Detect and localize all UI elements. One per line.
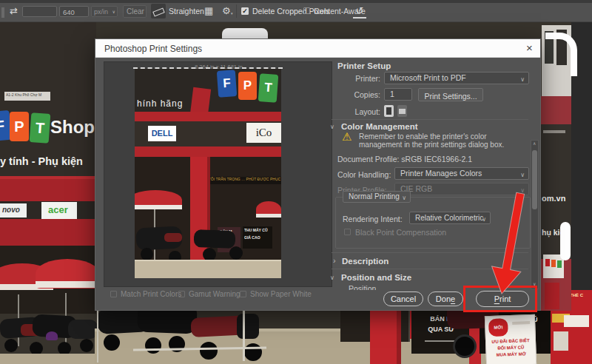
pv-dell-text: DELL: [152, 129, 173, 138]
unit-dropdown[interactable]: px/in ∨: [91, 6, 118, 17]
chevron-down-icon: ∨: [520, 74, 525, 84]
pv-sign-b1: THU MÁY CŨ: [244, 229, 268, 232]
crop-width-input[interactable]: [22, 6, 57, 17]
rendering-intent-dropdown[interactable]: Relative Colorimetric ∨: [409, 212, 491, 224]
scrollbar-thumb[interactable]: [532, 150, 537, 209]
pv-umbrella-right-band: [256, 214, 281, 218]
mini-dot: [545, 259, 550, 266]
photo-red-beam-2: [0, 219, 96, 247]
pv-red-beam: [135, 112, 281, 121]
description-heading[interactable]: Description: [342, 257, 388, 266]
collapse-chevron-icon[interactable]: ∨: [330, 274, 334, 281]
scroll-up-icon[interactable]: ∧: [533, 141, 536, 146]
pv-motorbike: [194, 229, 236, 249]
layout-landscape-page: [399, 109, 406, 114]
match-print-colors-label: Match Print Colors: [121, 290, 181, 298]
show-paper-white-checkbox[interactable]: [240, 291, 246, 297]
gamut-warning-label: Gamut Warning: [189, 290, 240, 298]
railing-pole: [97, 303, 98, 363]
printer-label: Printer:: [337, 74, 380, 83]
mini-dot: [557, 260, 562, 268]
printer-dropdown[interactable]: Microsoft Print to PDF ∨: [384, 72, 529, 84]
toolbar-edge-stub: [1, 7, 4, 18]
pv-pavement: [135, 260, 281, 278]
content-aware-checkbox[interactable]: [303, 7, 310, 14]
layout-portrait-icon[interactable]: [384, 105, 394, 117]
chevron-down-icon: ∨: [520, 169, 525, 180]
annotation-corner-bar: [560, 222, 571, 260]
dialog-titlebar[interactable]: Photoshop Print Settings ×: [95, 39, 540, 58]
color-handling-label: Color Handling:: [337, 170, 391, 179]
cancel-label: Cancel: [391, 294, 416, 303]
section-divider: [332, 119, 528, 120]
overlay-grid-icon[interactable]: ▦: [204, 5, 213, 16]
standee-line1: ƯU ĐÃI ĐẶC BIỆT: [486, 338, 535, 344]
sign-right-smallline: [543, 130, 565, 133]
layout-landscape-icon[interactable]: [397, 105, 407, 117]
swap-dimensions-icon[interactable]: ⇄: [10, 5, 18, 16]
rendering-intent-value: Relative Colorimetric: [415, 214, 483, 222]
motorbike-front: [237, 314, 259, 339]
close-icon[interactable]: ×: [526, 41, 533, 54]
pv-fpt-tile-orange: P: [238, 72, 257, 100]
match-print-colors-checkbox[interactable]: [110, 291, 117, 297]
layout-label: Layout:: [337, 107, 380, 116]
standee-line3: MUA MÁY MỚ: [487, 351, 536, 357]
pv-sign-b: THU MÁY CŨ GIÁ CAO: [243, 226, 272, 249]
print-settings-button[interactable]: Print Settings...: [418, 88, 483, 101]
titlebar-strip: [0, 0, 592, 3]
delete-cropped-pixels-checkbox[interactable]: ✓: [241, 7, 249, 15]
printer-profile-dropdown: CIE RGB ∨: [394, 183, 529, 195]
crop-height-input[interactable]: 640: [59, 6, 89, 17]
pavement: [0, 354, 96, 364]
print-settings-dialog: Photoshop Print Settings × 8.264 in x 11…: [95, 38, 541, 311]
umbrella-band: [36, 281, 99, 288]
pv-fpt-tile-green: T: [258, 73, 279, 103]
printing-mode-value: Normal Printing: [349, 192, 400, 200]
clear-button[interactable]: Clear: [123, 5, 147, 18]
photoshop-window: A1-2 Khu Phố Chợ M F P T Shop. y tính - …: [0, 0, 592, 364]
motorbike-wheel: [200, 342, 218, 360]
pv-icom-sign: iCo: [246, 123, 281, 143]
done-button[interactable]: Done: [428, 291, 463, 306]
warning-text-line1: Remember to enable the printer's color: [359, 132, 487, 141]
settings-scrollbar[interactable]: ∧ ∨: [531, 140, 539, 289]
pv-umbrella-left-band: [135, 205, 182, 209]
expand-chevron-icon[interactable]: ›: [333, 256, 336, 265]
pv-fpt-tile-blue: F: [217, 70, 237, 98]
side-sign-white-box: [564, 315, 589, 327]
photo-shop-text: Shop.: [50, 117, 100, 138]
standee-badge: MỚI: [488, 318, 508, 337]
straighten-glyph: [152, 7, 165, 16]
done-label: Done: [436, 294, 455, 303]
preview-photo: F P T hính hãng DELL iCo CHÚNG TÔI TRÂN …: [135, 69, 281, 278]
motorbike-wheel: [80, 339, 93, 352]
photo-address-sign: A1-2 Khu Phố Chợ M: [4, 92, 50, 101]
straighten-label[interactable]: Straighten: [169, 7, 204, 16]
cancel-button[interactable]: Cancel: [383, 291, 423, 306]
motorbike-wheel: [145, 337, 161, 354]
position-and-size-heading[interactable]: Position and Size: [341, 273, 411, 282]
pv-sign-text: hính hãng: [137, 98, 183, 109]
photo-domain-text: om.vn: [542, 194, 565, 203]
chevron-down-icon: ∨: [520, 185, 525, 195]
color-handling-dropdown[interactable]: Printer Manages Colors ∨: [394, 167, 529, 180]
collapse-chevron-icon[interactable]: ∨: [330, 124, 334, 130]
copies-input[interactable]: 1: [384, 88, 412, 101]
photo-red-column: [370, 306, 401, 364]
gamut-warning-checkbox[interactable]: [178, 291, 185, 297]
straighten-icon[interactable]: [151, 4, 166, 18]
undo-glyph: ↺: [356, 5, 364, 16]
mini-dot: [551, 260, 556, 267]
copies-value: 1: [390, 90, 394, 98]
print-settings-label: Print Settings...: [424, 92, 477, 101]
reset-icon[interactable]: ↺: [353, 4, 366, 18]
gear-icon[interactable]: ⚙: [222, 5, 231, 16]
color-management-heading[interactable]: Color Management: [341, 122, 418, 131]
motorbike-wheel: [4, 339, 18, 352]
section-divider: [332, 269, 528, 269]
motorbike-silhouette: [68, 320, 98, 339]
copies-label: Copies:: [337, 90, 380, 99]
printing-mode-dropdown[interactable]: Normal Printing ∨: [343, 191, 411, 203]
color-handling-value: Printer Manages Colors: [400, 169, 482, 178]
